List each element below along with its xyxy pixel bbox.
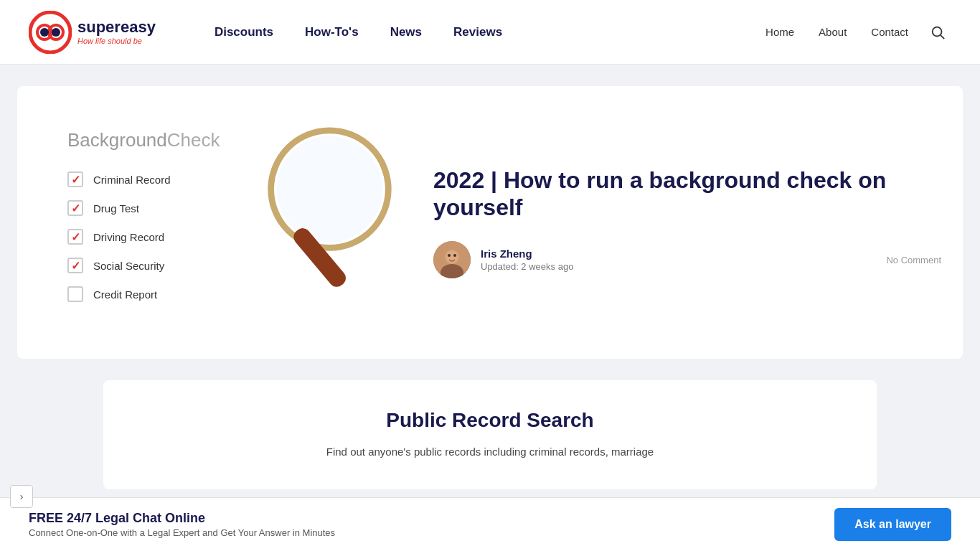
checkbox-driving: ✓ <box>67 229 83 245</box>
svg-point-4 <box>52 28 60 37</box>
svg-line-6 <box>941 35 944 39</box>
author-updated: Updated: 2 weeks ago <box>481 261 876 272</box>
author-details: Iris Zheng Updated: 2 weeks ago <box>481 248 876 272</box>
checkbox-social: ✓ <box>67 258 83 273</box>
article-title: 2022 | How to run a background check on … <box>433 166 941 222</box>
no-comment-label: No Comment <box>886 255 941 265</box>
ask-lawyer-button[interactable]: Ask an lawyer <box>834 508 951 541</box>
site-header: super easy How life should be Discounts … <box>0 0 980 65</box>
checkbox-criminal: ✓ <box>67 171 83 187</box>
collapse-button[interactable]: › <box>10 485 33 508</box>
right-nav: Home About Contact <box>757 0 951 65</box>
nav-howtos[interactable]: How-To's <box>289 0 374 65</box>
list-item: Credit Report <box>67 286 376 302</box>
logo-link[interactable]: super easy How life should be <box>29 11 156 54</box>
bottom-banner: FREE 24/7 Legal Chat Online Connect One-… <box>0 497 980 551</box>
magnifier-icon <box>247 115 397 287</box>
checkbox-drug: ✓ <box>67 200 83 216</box>
logo-super: super <box>77 19 121 35</box>
nav-news[interactable]: News <box>374 0 438 65</box>
logo-text: super easy How life should be <box>77 19 156 45</box>
banner-description: Connect One-on-One with a Legal Expert a… <box>29 527 335 538</box>
search-icon <box>930 24 946 40</box>
article-image: BackgroundCheck ✓ Criminal Record ✓ Drug… <box>39 108 397 337</box>
banner-title: FREE 24/7 Legal Chat Online <box>29 511 335 526</box>
article-image-wrapper: BackgroundCheck ✓ Criminal Record ✓ Drug… <box>39 108 397 337</box>
svg-point-3 <box>40 28 49 37</box>
banner-left: FREE 24/7 Legal Chat Online Connect One-… <box>29 511 335 538</box>
logo-icon <box>29 11 72 54</box>
svg-point-14 <box>448 254 451 257</box>
public-record-card: Public Record Search Find out anyone's p… <box>103 380 877 489</box>
author-name: Iris Zheng <box>481 248 876 260</box>
nav-contact[interactable]: Contact <box>862 0 917 65</box>
nav-discounts[interactable]: Discounts <box>199 0 289 65</box>
article-info: 2022 | How to run a background check on … <box>433 166 941 279</box>
nav-about[interactable]: About <box>810 0 855 65</box>
nav-home[interactable]: Home <box>757 0 803 65</box>
svg-point-15 <box>453 254 456 257</box>
avatar <box>433 241 471 278</box>
svg-point-8 <box>276 136 382 242</box>
search-button[interactable] <box>924 19 951 46</box>
checkbox-credit <box>67 286 83 302</box>
logo-easy: easy <box>121 19 156 35</box>
article-card: BackgroundCheck ✓ Criminal Record ✓ Drug… <box>17 86 963 359</box>
main-content: BackgroundCheck ✓ Criminal Record ✓ Drug… <box>0 65 980 511</box>
logo-tagline: How life should be <box>77 37 156 45</box>
public-record-title: Public Record Search <box>132 409 848 432</box>
nav-reviews[interactable]: Reviews <box>438 0 518 65</box>
public-record-description: Find out anyone's public records includi… <box>132 443 848 461</box>
author-row: Iris Zheng Updated: 2 weeks ago No Comme… <box>433 241 941 278</box>
main-nav: Discounts How-To's News Reviews <box>199 0 757 65</box>
author-avatar-image <box>433 241 471 278</box>
svg-point-5 <box>933 27 942 36</box>
